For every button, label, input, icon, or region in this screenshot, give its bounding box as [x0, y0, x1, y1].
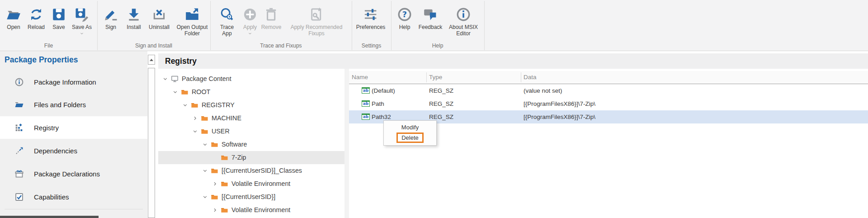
main-panel: Registry Package Content ROOT: [158, 51, 868, 218]
twisty-placeholder: [211, 154, 219, 161]
registry-value-row-default[interactable]: ab (Default) REG_SZ (value not set): [349, 84, 868, 97]
tree-twisty[interactable]: [211, 206, 219, 213]
table-header-row: Name Type Data: [349, 71, 868, 84]
tree-twisty[interactable]: [161, 75, 169, 82]
tree-item-label: ROOT: [192, 88, 210, 95]
registry-tree: Package Content ROOT REGISTRY: [158, 69, 344, 218]
tree-item-label: 7-Zip: [231, 154, 246, 161]
sidebar-package-properties: Package Properties Package Information F…: [0, 51, 147, 218]
tree-item-label: MACHINE: [212, 114, 241, 122]
tree-twisty[interactable]: [201, 167, 209, 174]
sidebar-item-registry[interactable]: Registry: [0, 116, 147, 139]
tree-item-label: [{CurrentUserSID}]: [222, 193, 275, 200]
tree-twisty[interactable]: [171, 88, 179, 95]
ribbon-button-save-as[interactable]: Save As: [72, 6, 92, 36]
chevron-down-icon: [202, 142, 208, 147]
folder: [181, 88, 189, 96]
chevron-down-icon: [248, 31, 252, 36]
dependencies-icon: [14, 146, 24, 156]
folder: [201, 128, 208, 135]
tree-table-divider: [344, 69, 349, 218]
ribbon-group-label-settings: Settings: [352, 43, 391, 50]
registry-values-table: Name Type Data ab (Default) REG_SZ (valu…: [349, 69, 868, 218]
column-header-name[interactable]: Name: [352, 71, 368, 84]
ribbon-button-feedback[interactable]: Feedback: [419, 6, 443, 31]
sidebar-item-label: Files and Folders: [34, 101, 86, 109]
tree-twisty[interactable]: [201, 141, 209, 148]
feedback-icon: [423, 7, 438, 22]
sidebar-title: Package Properties: [5, 55, 78, 65]
ribbon-button-label: Reload: [28, 24, 45, 31]
tree-item-package-content[interactable]: Package Content: [158, 72, 344, 85]
folder: [201, 114, 208, 122]
tree-item-root[interactable]: ROOT: [158, 85, 344, 99]
ribbon-button-apply-recommended-fixups: Apply Recommended Fixups: [291, 6, 343, 37]
value-data: [{ProgramFilesX86}]\7-Zip\: [524, 110, 595, 123]
save-as-icon: [74, 7, 90, 22]
folder: [221, 206, 228, 214]
open-folder-icon: [6, 7, 21, 22]
folder: [191, 101, 198, 109]
tree-item-software[interactable]: Software: [158, 138, 344, 151]
apply-icon: [242, 7, 258, 22]
tree-item-registry[interactable]: REGISTRY: [158, 99, 344, 112]
tree-twisty[interactable]: [191, 114, 199, 122]
ribbon-button-reload[interactable]: Reload: [28, 6, 45, 31]
tree-item-user[interactable]: USER: [158, 125, 344, 138]
context-menu-item-modify[interactable]: Modify: [398, 123, 422, 131]
folder: [221, 180, 228, 188]
tree-item-volatile-environment[interactable]: Volatile Environment: [158, 204, 344, 217]
tree-item-currentusersid[interactable]: [{CurrentUserSID}]: [158, 190, 344, 204]
registry-value-row-path[interactable]: ab Path REG_SZ [{ProgramFilesX86}]\7-Zip…: [349, 97, 868, 110]
chevron-down-icon: [182, 102, 188, 108]
chevron-right-icon: [212, 207, 218, 213]
ribbon-button-trace-app[interactable]: Trace App: [219, 6, 235, 37]
ribbon-button-help[interactable]: ? Help: [397, 6, 412, 31]
registry-icon: [14, 123, 24, 133]
folder: [211, 167, 218, 175]
tree-twisty[interactable]: [211, 180, 219, 187]
tree-twisty[interactable]: [191, 128, 199, 135]
page-title-band: Registry: [158, 53, 868, 69]
save-icon: [51, 7, 66, 22]
tree-twisty[interactable]: [181, 101, 189, 109]
tree-item-volatile-environment[interactable]: Volatile Environment: [158, 177, 344, 190]
ribbon-button-open[interactable]: Open: [6, 6, 21, 31]
ribbon-button-uninstall[interactable]: Uninstall: [149, 6, 170, 31]
remove-icon: [264, 7, 279, 22]
ribbon-button-sign[interactable]: Sign: [103, 6, 118, 31]
tree-item-machine[interactable]: MACHINE: [158, 112, 344, 125]
files-folders-icon: [14, 100, 24, 109]
context-menu-item-delete[interactable]: Delete: [396, 133, 424, 143]
ribbon-button-install[interactable]: Install: [126, 6, 142, 31]
ribbon-button-save[interactable]: Save: [51, 6, 66, 31]
sidebar-item-package-declarations[interactable]: Package Declarations: [0, 162, 147, 185]
scrollbar-track[interactable]: [148, 68, 155, 218]
tree-item-currentusersid-classes[interactable]: [{CurrentUserSID}]_Classes: [158, 164, 344, 177]
sidebar-divider: [5, 209, 143, 209]
tree-item-label: Package Content: [182, 75, 231, 82]
tree-twisty[interactable]: [201, 193, 209, 200]
ribbon-button-label: Preferences: [356, 24, 386, 31]
ribbon-button-preferences[interactable]: Preferences: [356, 6, 386, 31]
ribbon-button-about-msix-editor[interactable]: About MSIX Editor: [449, 6, 478, 37]
sidebar-item-capabilities[interactable]: Capabilities: [0, 185, 147, 208]
computer: [171, 75, 179, 83]
ribbon-button-open-output-folder[interactable]: Open Output Folder: [177, 6, 208, 37]
info-icon: [14, 77, 24, 87]
column-header-type[interactable]: Type: [429, 71, 442, 84]
ribbon-group-separator: [484, 1, 485, 50]
sidebar-item-package-information[interactable]: Package Information: [0, 71, 147, 93]
scrollbar-up-button[interactable]: [148, 55, 155, 65]
folder: [211, 141, 218, 148]
value-name: (Default): [372, 84, 395, 97]
sidebar-item-label: Dependencies: [34, 147, 77, 155]
chevron-down-icon: [202, 194, 208, 200]
tree-item-7-zip[interactable]: 7-Zip: [158, 151, 344, 164]
sign-icon: [103, 7, 118, 22]
folder: [221, 154, 228, 161]
sidebar-item-files-and-folders[interactable]: Files and Folders: [0, 93, 147, 116]
sidebar-item-dependencies[interactable]: Dependencies: [0, 139, 147, 162]
chevron-down-icon: [80, 31, 84, 36]
column-header-data[interactable]: Data: [524, 71, 537, 84]
